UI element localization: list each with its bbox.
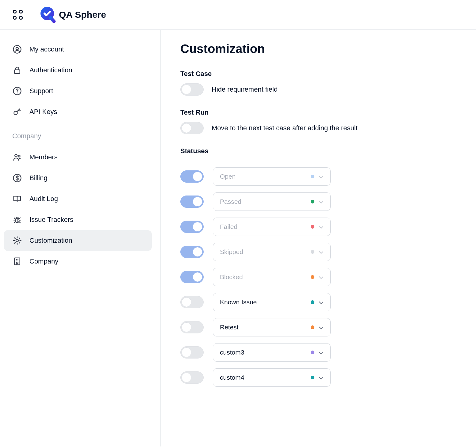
apps-grid-icon[interactable] — [12, 9, 23, 20]
toggle-status-known-issue[interactable] — [180, 296, 204, 308]
status-select-open: Open — [213, 167, 331, 186]
sidebar-item-my-account[interactable]: My account — [4, 39, 152, 60]
status-select-passed: Passed — [213, 192, 331, 211]
toggle-status-open[interactable] — [180, 170, 204, 183]
sidebar-item-members[interactable]: Members — [4, 147, 152, 168]
label-move-next: Move to the next test case after adding … — [212, 124, 358, 132]
status-row: Known Issue — [180, 293, 331, 311]
chevron-down-icon — [319, 273, 324, 281]
chevron-down-icon — [319, 223, 324, 230]
toggle-status-custom4[interactable] — [180, 371, 204, 384]
status-name: Open — [220, 173, 236, 180]
sidebar-item-label: My account — [29, 45, 64, 53]
status-select-skipped: Skipped — [213, 243, 331, 261]
sidebar-item-label: Company — [29, 257, 58, 265]
chevron-down-icon — [319, 349, 324, 356]
status-row: Failed — [180, 218, 331, 236]
sidebar-item-billing[interactable]: Billing — [4, 168, 152, 188]
status-name: Passed — [220, 198, 241, 205]
page-title: Customization — [180, 42, 456, 56]
chevron-down-icon — [319, 173, 324, 180]
status-select-failed: Failed — [213, 218, 331, 236]
status-row: custom4 — [180, 368, 331, 387]
toggle-status-custom3[interactable] — [180, 346, 204, 359]
label-hide-requirement: Hide requirement field — [212, 85, 278, 93]
status-name: Failed — [220, 223, 237, 230]
sidebar-item-label: API Keys — [29, 108, 57, 116]
brand-logo-icon — [39, 6, 56, 24]
sidebar-item-audit-log[interactable]: Audit Log — [4, 188, 152, 209]
key-icon — [12, 107, 22, 117]
status-row: Skipped — [180, 243, 331, 261]
status-name: Known Issue — [220, 298, 257, 306]
user-circle-icon — [12, 44, 22, 54]
status-name: Skipped — [220, 248, 243, 256]
status-row: Blocked — [180, 268, 331, 286]
status-color-dot — [311, 275, 314, 279]
toggle-move-next[interactable] — [180, 122, 204, 134]
toggle-status-passed[interactable] — [180, 196, 204, 208]
status-name: Retest — [220, 324, 239, 331]
question-circle-icon — [12, 86, 22, 96]
toggle-status-skipped[interactable] — [180, 246, 204, 258]
sidebar-item-issue-trackers[interactable]: Issue Trackers — [4, 209, 152, 230]
status-name: custom4 — [220, 374, 244, 381]
status-row: Passed — [180, 192, 331, 211]
status-select-blocked: Blocked — [213, 268, 331, 286]
status-select-custom4[interactable]: custom4 — [213, 368, 331, 387]
sidebar-item-label: Audit Log — [29, 195, 58, 203]
sidebar-item-label: Billing — [29, 174, 48, 182]
lock-icon — [12, 65, 22, 75]
chevron-down-icon — [319, 374, 324, 381]
status-name: Blocked — [220, 273, 243, 281]
sidebar-item-label: Issue Trackers — [29, 216, 73, 224]
chevron-down-icon — [319, 324, 324, 331]
sidebar-item-label: Customization — [29, 237, 72, 245]
toggle-status-retest[interactable] — [180, 321, 204, 333]
brand[interactable]: QA Sphere — [39, 6, 106, 24]
building-icon — [12, 256, 22, 266]
status-color-dot — [311, 325, 314, 329]
section-statuses: Statuses — [180, 147, 456, 155]
status-color-dot — [311, 376, 314, 379]
sidebar-item-label: Members — [29, 153, 58, 161]
section-test-run: Test Run — [180, 108, 456, 116]
sidebar-item-label: Authentication — [29, 66, 72, 74]
chevron-down-icon — [319, 198, 324, 205]
status-row: Open — [180, 167, 331, 186]
sidebar-item-customization[interactable]: Customization — [4, 230, 152, 251]
status-color-dot — [311, 175, 314, 178]
billing-icon — [12, 173, 22, 183]
sidebar-item-authentication[interactable]: Authentication — [4, 60, 152, 81]
status-row: custom3 — [180, 343, 331, 362]
status-color-dot — [311, 225, 314, 229]
toggle-status-failed[interactable] — [180, 221, 204, 233]
gear-icon — [12, 236, 22, 245]
toggle-hide-requirement[interactable] — [180, 83, 204, 96]
toggle-status-blocked[interactable] — [180, 271, 204, 283]
book-icon — [12, 194, 22, 204]
sidebar-section-company: Company — [4, 128, 152, 144]
chevron-down-icon — [319, 248, 324, 256]
sidebar: My accountAuthenticationSupportAPI Keys … — [0, 30, 161, 446]
status-color-dot — [311, 351, 314, 354]
sidebar-item-support[interactable]: Support — [4, 81, 152, 101]
section-test-case: Test Case — [180, 70, 456, 78]
status-color-dot — [311, 250, 314, 254]
status-select-retest[interactable]: Retest — [213, 318, 331, 336]
brand-name: QA Sphere — [59, 9, 106, 20]
sidebar-item-label: Support — [29, 87, 53, 95]
sidebar-item-company[interactable]: Company — [4, 251, 152, 272]
status-name: custom3 — [220, 349, 244, 356]
bug-icon — [12, 215, 22, 225]
status-select-custom3[interactable]: custom3 — [213, 343, 331, 362]
status-row: Retest — [180, 318, 331, 336]
status-color-dot — [311, 200, 314, 203]
chevron-down-icon — [319, 298, 324, 306]
members-icon — [12, 152, 22, 162]
sidebar-item-api-keys[interactable]: API Keys — [4, 101, 152, 122]
status-select-known-issue[interactable]: Known Issue — [213, 293, 331, 311]
status-color-dot — [311, 300, 314, 304]
